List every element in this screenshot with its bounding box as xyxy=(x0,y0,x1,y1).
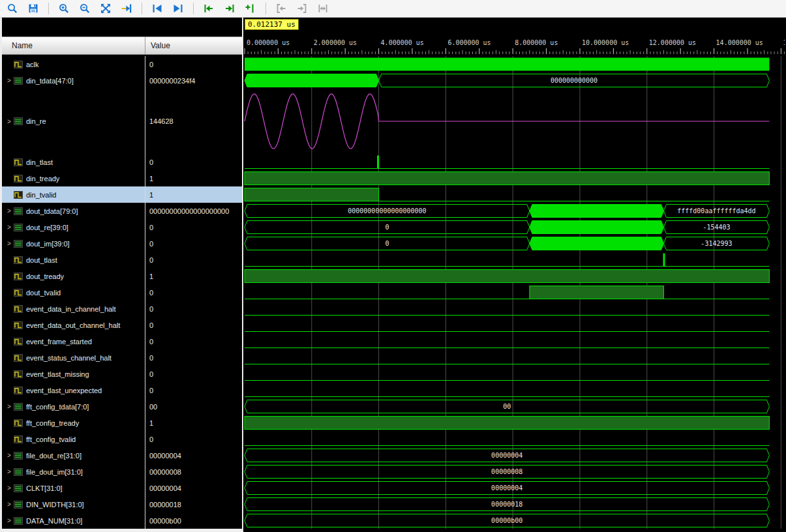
signal-row-aclk[interactable]: aclk0 xyxy=(2,56,242,72)
bus-signal-type-icon xyxy=(14,467,23,477)
value-column-header[interactable]: Value xyxy=(145,37,242,54)
expand-chevron-icon[interactable]: > xyxy=(5,517,14,524)
signal-row-din_tvalid[interactable]: din_tvalid1 xyxy=(2,186,242,203)
signal-name-label: event_data_out_channel_halt xyxy=(26,321,120,329)
expand-chevron-icon[interactable]: > xyxy=(5,240,14,247)
expand-chevron-icon[interactable]: > xyxy=(5,501,14,508)
wave-row-event_status_channel_halt[interactable] xyxy=(243,349,786,366)
scalar-signal-icon xyxy=(14,321,23,330)
svg-text:00000008: 00000008 xyxy=(491,468,522,475)
signal-row-din_re[interactable]: >din_re144628 xyxy=(2,89,242,154)
expand-chevron-icon[interactable]: > xyxy=(5,403,14,410)
wave-row-event_data_out_channel_halt[interactable] xyxy=(243,317,786,333)
wave-row-din_tready[interactable] xyxy=(243,170,786,186)
signal-row-fft_config_tdata[interactable]: >fft_config_tdata[7:0]00 xyxy=(2,398,242,415)
signal-row-dout_tlast[interactable]: dout_tlast0 xyxy=(2,252,242,268)
signal-row-din_tlast[interactable]: din_tlast0 xyxy=(2,154,242,170)
signal-row-dout_im[interactable]: >dout_im[39:0]0 xyxy=(2,235,242,252)
signal-row-data_num[interactable]: >DATA_NUM[31:0]00000b00 xyxy=(2,512,242,529)
wave-row-din_re[interactable] xyxy=(243,89,786,154)
wave-row-din_tvalid[interactable] xyxy=(243,186,786,203)
signal-value: 00 xyxy=(145,398,242,415)
svg-text:00000b00: 00000b00 xyxy=(491,517,522,524)
wave-row-event_tlast_missing[interactable] xyxy=(243,366,786,382)
signal-row-file_dout_im[interactable]: >file_dout_im[31:0]00000008 xyxy=(2,464,242,480)
scalar-signal-icon xyxy=(14,174,23,183)
svg-text:0: 0 xyxy=(385,224,389,231)
wave-row-fft_config_tvalid[interactable] xyxy=(243,431,786,447)
signal-row-clkt[interactable]: >CLKT[31:0]00000004 xyxy=(2,480,242,496)
signal-row-event_frame_started[interactable]: event_frame_started0 xyxy=(2,333,242,349)
wave-row-fft_config_tdata[interactable]: 00 xyxy=(243,398,786,415)
wave-row-aclk[interactable] xyxy=(243,56,786,72)
svg-text:00000018: 00000018 xyxy=(491,501,522,508)
signal-name-cell: event_status_channel_halt xyxy=(2,349,145,366)
wave-row-dout_tdata[interactable]: 00000000000000000000ffffd00aaffffffda4dd xyxy=(243,203,786,219)
expand-chevron-icon[interactable]: > xyxy=(5,118,14,125)
next-marker-button[interactable] xyxy=(295,1,309,16)
expand-chevron-icon[interactable]: > xyxy=(5,484,14,492)
wave-row-dout_im[interactable]: 0-3142993 xyxy=(243,235,786,252)
expand-chevron-icon[interactable]: > xyxy=(5,77,14,84)
save-waveform-button[interactable] xyxy=(26,1,40,16)
signal-row-dout_re[interactable]: >dout_re[39:0]0 xyxy=(2,219,242,235)
bus-signal-type-icon xyxy=(14,76,23,85)
signal-row-event_data_in_channel_halt[interactable]: event_data_in_channel_halt0 xyxy=(2,301,242,317)
previous-transition-button[interactable] xyxy=(202,1,216,16)
wave-row-dout_re[interactable]: 0-154403 xyxy=(243,219,786,235)
signal-row-dout_tvalid[interactable]: dout_tvalid0 xyxy=(2,284,242,301)
swap-cursors-button[interactable] xyxy=(316,1,330,16)
signal-row-dout_tready[interactable]: dout_tready1 xyxy=(2,268,242,284)
next-transition-button[interactable] xyxy=(222,1,237,16)
zoom-out-button[interactable] xyxy=(78,1,92,16)
time-ruler[interactable]: 0.000000 us2.000000 us4.000000 us6.00000… xyxy=(243,37,786,55)
signal-name-label: aclk xyxy=(26,61,39,68)
wave-row-data_num[interactable]: 00000b00 xyxy=(243,512,786,529)
wave-row-din_tlast[interactable] xyxy=(243,154,786,170)
wave-row-fft_config_tready[interactable] xyxy=(243,415,786,431)
wave-row-dout_tready[interactable] xyxy=(243,268,786,284)
signal-row-din_tdata[interactable]: >din_tdata[47:0]0000000234f4 xyxy=(2,72,242,89)
add-marker-icon xyxy=(245,3,256,14)
expand-chevron-icon[interactable]: > xyxy=(5,207,14,214)
signal-row-din_width[interactable]: >DIN_WIDTH[31:0]00000018 xyxy=(2,496,242,512)
wave-row-din_width[interactable]: 00000018 xyxy=(243,496,786,512)
signal-name-cell: din_tvalid xyxy=(2,186,145,203)
wave-row-file_dout_im[interactable]: 00000008 xyxy=(243,464,786,480)
expand-chevron-icon[interactable]: > xyxy=(5,452,14,459)
wave-row-din_tdata[interactable]: 000000000000 xyxy=(243,72,786,89)
find-button[interactable] xyxy=(5,1,20,16)
signal-row-din_tready[interactable]: din_tready1 xyxy=(2,170,242,186)
find-icon xyxy=(7,3,18,14)
zoom-fit-icon xyxy=(100,3,112,14)
signal-row-event_tlast_unexpected[interactable]: event_tlast_unexpected0 xyxy=(2,382,242,398)
wave-row-clkt[interactable]: 00000004 xyxy=(243,480,786,496)
svg-text:8.000000 us: 8.000000 us xyxy=(515,39,558,46)
wave-row-dout_tvalid[interactable] xyxy=(243,284,786,301)
signal-row-file_dout_re[interactable]: >file_dout_re[31:0]00000004 xyxy=(2,447,242,464)
signal-row-event_tlast_missing[interactable]: event_tlast_missing0 xyxy=(2,366,242,382)
wave-row-dout_tlast[interactable] xyxy=(243,252,786,268)
wave-row-event_data_in_channel_halt[interactable] xyxy=(243,301,786,317)
signal-row-fft_config_tvalid[interactable]: fft_config_tvalid0 xyxy=(2,431,242,447)
expand-chevron-icon[interactable]: > xyxy=(5,224,14,231)
go-to-last-time-button[interactable] xyxy=(171,1,185,16)
wave-row-event_frame_started[interactable] xyxy=(243,333,786,349)
add-marker-button[interactable] xyxy=(243,1,258,16)
signal-name-list: aclk0>din_tdata[47:0]0000000234f4>din_re… xyxy=(2,55,242,529)
zoom-fit-button[interactable] xyxy=(98,1,113,16)
signal-name-cell: dout_tlast xyxy=(2,252,145,268)
signal-row-dout_tdata[interactable]: >dout_tdata[79:0]00000000000000000000 xyxy=(2,203,242,219)
signal-row-fft_config_tready[interactable]: fft_config_tready1 xyxy=(2,415,242,431)
next-transition-icon xyxy=(224,3,235,14)
signal-row-event_status_channel_halt[interactable]: event_status_channel_halt0 xyxy=(2,349,242,366)
go-to-time-zero-button[interactable] xyxy=(150,1,164,16)
wave-row-file_dout_re[interactable]: 00000004 xyxy=(243,447,786,464)
wave-row-event_tlast_unexpected[interactable] xyxy=(243,382,786,398)
previous-marker-button[interactable] xyxy=(274,1,288,16)
name-column-header[interactable]: Name xyxy=(2,37,145,54)
zoom-to-cursor-button[interactable] xyxy=(119,1,134,16)
expand-chevron-icon[interactable]: > xyxy=(5,468,14,475)
zoom-in-button[interactable] xyxy=(57,1,71,16)
signal-row-event_data_out_channel_halt[interactable]: event_data_out_channel_halt0 xyxy=(2,317,242,333)
